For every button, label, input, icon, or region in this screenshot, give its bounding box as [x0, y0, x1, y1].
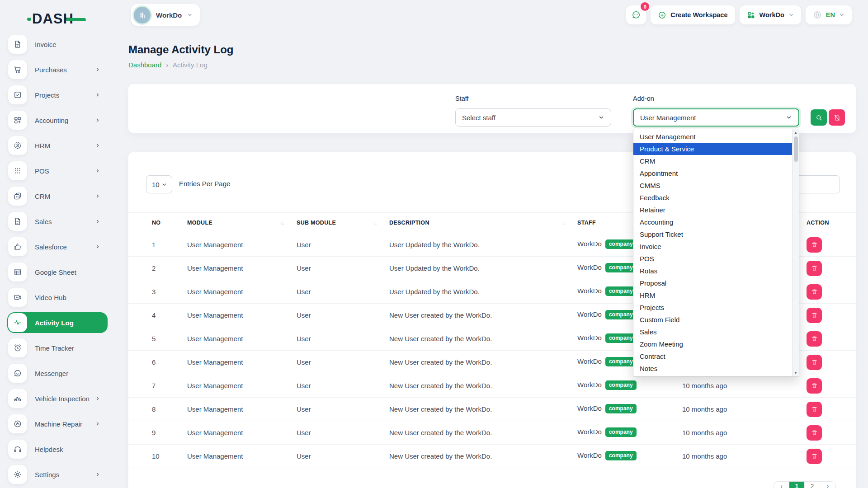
sidebar-item-video-hub[interactable]: Video Hub	[7, 287, 108, 308]
addon-option[interactable]: Custom Field	[633, 314, 792, 326]
cell-module: User Management	[182, 233, 291, 257]
logo-dash-icon	[66, 18, 86, 21]
sidebar-item-sales[interactable]: Sales	[7, 211, 108, 232]
sidebar-item-pos[interactable]: POS	[7, 160, 108, 181]
delete-button[interactable]	[807, 308, 822, 323]
addon-option[interactable]: Zoom Meeting	[633, 338, 792, 350]
reset-filter-button[interactable]	[829, 109, 845, 126]
addon-option[interactable]: User Management	[633, 131, 792, 143]
staff-select[interactable]: Select staff	[455, 108, 611, 127]
cell-sub-module: User	[291, 233, 384, 257]
pagination-page-2[interactable]: 2	[805, 482, 820, 488]
sort-icon[interactable]: ↑↓	[373, 221, 377, 226]
cell-sub-module: User	[291, 445, 384, 468]
delete-button[interactable]	[807, 284, 822, 300]
addon-listbox: User ManagementProduct & ServiceCRMAppoi…	[633, 131, 799, 375]
breadcrumb-dashboard-link[interactable]: Dashboard	[128, 61, 161, 69]
cell-sub-module: User	[291, 280, 384, 304]
hrm-icon	[8, 136, 27, 155]
language-selector[interactable]: EN	[806, 5, 852, 24]
cell-module: User Management	[182, 398, 291, 421]
addon-option[interactable]: Retainer	[633, 204, 792, 216]
cell-action	[801, 280, 856, 304]
sidebar: DASH Invoice Purchases Projects Accounti…	[0, 0, 112, 488]
addon-option[interactable]: Accounting	[633, 216, 792, 228]
sidebar-item-projects[interactable]: Projects	[7, 84, 108, 105]
sidebar-item-accounting[interactable]: Accounting	[7, 110, 108, 131]
sidebar-menu: Invoice Purchases Projects Accounting HR…	[7, 34, 108, 488]
delete-button[interactable]	[807, 425, 822, 441]
sidebar-item-purchases[interactable]: Purchases	[7, 59, 108, 80]
sort-icon[interactable]: ↑↓	[280, 221, 284, 226]
pagination-next[interactable]: ›	[820, 482, 835, 488]
sidebar-item-machine-repair[interactable]: Machine Repair	[7, 413, 108, 434]
sidebar-item-messenger[interactable]: Messenger	[7, 363, 108, 384]
create-workspace-button[interactable]: Create Workspace	[651, 5, 735, 24]
cell-staff: WorkDocompany	[572, 445, 677, 468]
top-right-actions: 0 Create Workspace WorkDo EN	[626, 5, 852, 24]
addon-option[interactable]: Rotas	[633, 265, 792, 277]
scrollbar-thumb[interactable]	[794, 136, 798, 162]
chevron-right-icon	[95, 244, 100, 249]
cell-description: New User created by the WorkDo.	[384, 421, 572, 445]
sidebar-item-settings[interactable]: Settings	[7, 464, 108, 485]
pagination-page-1[interactable]: 1	[789, 482, 805, 488]
dropdown-scrollbar[interactable]: ▲ ▼	[792, 129, 799, 376]
addon-option[interactable]: POS	[633, 253, 792, 265]
addon-option[interactable]: Sales	[633, 326, 792, 338]
sidebar-item-crm[interactable]: CRM	[7, 186, 108, 206]
scroll-down-icon[interactable]: ▼	[794, 370, 797, 376]
cell-module: User Management	[182, 280, 291, 304]
app-logo[interactable]: DASH	[27, 11, 112, 27]
cell-action	[801, 421, 856, 445]
chevron-right-icon	[95, 67, 100, 72]
delete-button[interactable]	[807, 261, 822, 276]
entries-per-page-select[interactable]: 10	[146, 175, 172, 193]
addon-option[interactable]: Feedback	[633, 192, 792, 204]
addon-option[interactable]: Product & Service	[633, 143, 792, 155]
workdo-menu-button[interactable]: WorkDo	[740, 5, 801, 24]
table-row: 8 User Management User New User created …	[128, 398, 856, 421]
messages-button[interactable]: 0	[626, 5, 646, 24]
workspace-switcher[interactable]: WorkDo	[131, 4, 200, 26]
delete-button[interactable]	[807, 378, 822, 394]
sidebar-item-time-tracker[interactable]: Time Tracker	[7, 338, 108, 358]
addon-option[interactable]: HRM	[633, 289, 792, 301]
cell-staff: WorkDocompany	[572, 398, 677, 421]
cell-action	[801, 304, 856, 327]
sales-icon	[8, 212, 27, 231]
cell-action	[801, 445, 856, 468]
sort-icon[interactable]: ↑↓	[561, 221, 565, 226]
pagination-prev[interactable]: ‹	[774, 482, 789, 488]
scroll-up-icon[interactable]: ▲	[794, 129, 797, 136]
sidebar-item-google-sheet[interactable]: Google Sheet	[7, 262, 108, 282]
delete-button[interactable]	[807, 402, 822, 417]
sidebar-item-helpdesk[interactable]: Helpdesk	[7, 439, 108, 460]
sidebar-item-activity-log[interactable]: Activity Log	[7, 312, 108, 333]
addon-option[interactable]: CMMS	[633, 179, 792, 192]
chevron-down-icon	[786, 114, 792, 121]
logo-dot-icon	[27, 18, 31, 21]
delete-button[interactable]	[807, 331, 822, 347]
addon-option[interactable]: CRM	[633, 155, 792, 167]
message-count-badge: 0	[641, 2, 649, 11]
sidebar-item-salesforce[interactable]: Salesforce	[7, 236, 108, 257]
delete-button[interactable]	[807, 237, 822, 253]
addon-option[interactable]: Invoice	[633, 240, 792, 253]
trash-icon	[811, 288, 818, 295]
addon-option[interactable]: Proposal	[633, 277, 792, 289]
addon-select[interactable]: User Management	[633, 108, 799, 127]
delete-button[interactable]	[807, 355, 822, 370]
addon-option[interactable]: Projects	[633, 301, 792, 314]
delete-button[interactable]	[807, 449, 822, 464]
addon-option[interactable]: Appointment	[633, 167, 792, 179]
addon-option[interactable]: Contract	[633, 350, 792, 362]
sidebar-item-hrm[interactable]: HRM	[7, 135, 108, 156]
addon-option[interactable]: Support Ticket	[633, 228, 792, 240]
sidebar-item-vehicle-inspection[interactable]: Vehicle Inspection	[7, 388, 108, 409]
apply-filter-button[interactable]	[811, 109, 827, 126]
addon-option[interactable]: Notes	[633, 362, 792, 375]
grid-plus-icon	[747, 11, 755, 19]
sidebar-item-invoice[interactable]: Invoice	[7, 34, 108, 55]
chevron-right-icon	[95, 472, 100, 477]
